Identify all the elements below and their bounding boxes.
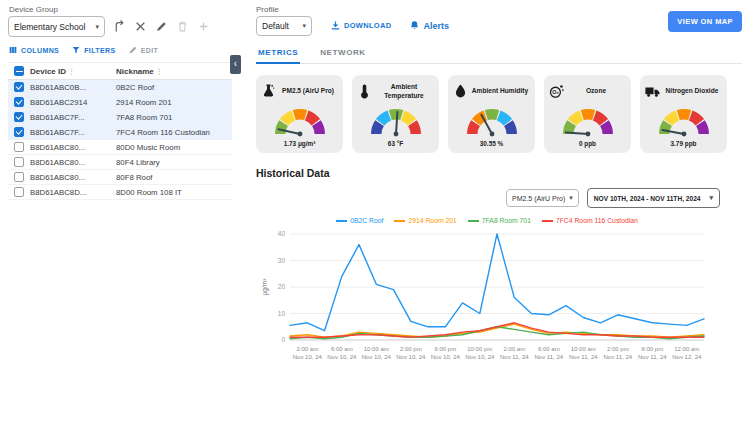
table-row[interactable]: B8D61ABC80...80F8 Roof	[8, 170, 232, 185]
table-row[interactable]: B8D61ABC80...80F4 Library	[8, 155, 232, 170]
device-id-cell: B8D61ABC80...	[30, 143, 116, 152]
gauge	[272, 105, 328, 137]
alerts-button[interactable]: Alerts	[409, 20, 449, 31]
chevron-left-icon: ‹	[234, 58, 237, 69]
svg-text:Nov 11, 24: Nov 11, 24	[535, 354, 564, 360]
view-on-map-button[interactable]: VIEW ON MAP	[668, 11, 742, 32]
device-group-select[interactable]: Elementary School ▾	[8, 16, 105, 37]
metric-card-title: PM2.5 (AirU Pro)	[277, 87, 339, 95]
nickname-header-label: Nickname	[116, 67, 154, 76]
add-device-icon[interactable]	[197, 20, 210, 33]
metric-card-nitrogen-dioxide: Nitrogen Dioxide3.79 ppb	[640, 75, 727, 153]
row-checkbox[interactable]	[14, 112, 24, 122]
svg-text:12:00 am: 12:00 am	[674, 346, 699, 352]
device-id-cell: B8D61ABC80...	[30, 158, 116, 167]
tab-metrics[interactable]: METRICS	[256, 45, 300, 64]
row-checkbox[interactable]	[14, 142, 24, 152]
profile-label: Profile	[256, 5, 312, 14]
svg-text:20: 20	[278, 283, 286, 290]
date-range-select[interactable]: NOV 10TH, 2024 - NOV 11TH, 2024 ▾	[587, 188, 720, 208]
edit-button[interactable]: EDIT	[128, 45, 159, 55]
table-row[interactable]: B8D61ABC0B...0B2C Roof	[8, 80, 232, 95]
table-row[interactable]: B8D61ABC29142914 Room 201	[8, 95, 232, 110]
metric-cards: PM2.5 (AirU Pro)1.73 μg/m³Ambient Temper…	[256, 75, 742, 153]
table-row[interactable]: B8D61ABC8D...8D00 Room 108 IT	[8, 185, 232, 200]
svg-text:6:00 pm: 6:00 pm	[434, 346, 456, 352]
device-group-label: Device Group	[9, 5, 232, 14]
svg-text:30: 30	[278, 257, 286, 264]
bell-icon	[409, 20, 420, 31]
table-row[interactable]: B8D61ABC7F...7FA8 Room 701	[8, 110, 232, 125]
device-id-header[interactable]: Device ID⋮	[30, 67, 116, 76]
nickname-header[interactable]: Nickname⋮	[116, 67, 232, 76]
device-table: Device ID⋮ Nickname⋮ B8D61ABC0B...0B2C R…	[8, 62, 232, 200]
svg-text:2:00 pm: 2:00 pm	[607, 346, 629, 352]
legend-label: 0B2C Roof	[350, 217, 383, 224]
columns-button[interactable]: COLUMNS	[8, 45, 59, 55]
gauge	[656, 105, 712, 137]
legend-swatch	[468, 220, 479, 222]
row-checkbox[interactable]	[14, 97, 24, 107]
move-device-icon[interactable]	[113, 20, 126, 33]
svg-text:Nov 10, 24: Nov 10, 24	[327, 354, 357, 360]
legend-item[interactable]: 7FC4 Room 116 Custodian	[542, 217, 638, 224]
air-quality-dashboard: Device Group Elementary School ▾ COLUMNS…	[0, 0, 750, 422]
tab-bar: METRICS NETWORK	[256, 45, 742, 64]
device-group-value: Elementary School	[14, 22, 85, 32]
metric-card-title: Ambient Humidity	[469, 87, 531, 95]
table-row[interactable]: B8D61ABC7F...7FC4 Room 116 Custodian	[8, 125, 232, 140]
row-checkbox[interactable]	[14, 82, 24, 92]
profile-block: Profile Default ▾	[256, 5, 312, 36]
nickname-cell: 0B2C Roof	[116, 83, 232, 92]
svg-text:Nov 10, 24: Nov 10, 24	[362, 354, 392, 360]
select-all-checkbox[interactable]	[14, 66, 24, 76]
row-checkbox[interactable]	[14, 172, 24, 182]
collapse-panel-button[interactable]: ‹	[230, 55, 241, 74]
legend-item[interactable]: 7FA8 Room 701	[468, 217, 531, 224]
svg-text:40: 40	[278, 230, 286, 237]
svg-text:2:00 am: 2:00 am	[296, 346, 318, 352]
filters-button[interactable]: FILTERS	[71, 45, 115, 55]
row-checkbox[interactable]	[14, 157, 24, 167]
gauge	[560, 105, 616, 137]
column-menu-icon[interactable]: ⋮	[68, 68, 75, 75]
row-checkbox[interactable]	[14, 187, 24, 197]
table-toolbar: COLUMNS FILTERS EDIT	[8, 45, 232, 55]
legend-item[interactable]: 0B2C Roof	[336, 217, 383, 224]
svg-text:6:00 am: 6:00 am	[538, 346, 560, 352]
main-panel: Profile Default ▾ DOWNLOAD Alerts VIEW O…	[256, 5, 742, 370]
device-id-cell: B8D61ABC80...	[30, 173, 116, 182]
ozone-icon: O₃	[548, 83, 565, 100]
remove-device-icon[interactable]	[134, 20, 147, 33]
pencil-icon	[128, 45, 138, 55]
truck-icon	[644, 83, 661, 100]
date-range-value: NOV 10TH, 2024 - NOV 11TH, 2024	[594, 195, 701, 202]
legend-swatch	[336, 220, 347, 222]
svg-text:Nov 10, 24: Nov 10, 24	[293, 354, 323, 360]
tab-network[interactable]: NETWORK	[318, 45, 368, 63]
metric-card-value: 1.73 μg/m³	[260, 140, 339, 147]
alerts-label: Alerts	[423, 21, 449, 31]
legend-item[interactable]: 2914 Room 201	[394, 217, 456, 224]
download-button[interactable]: DOWNLOAD	[330, 20, 391, 31]
gauge	[368, 105, 424, 137]
edit-device-icon[interactable]	[155, 20, 168, 33]
historical-data-heading: Historical Data	[256, 167, 742, 179]
flask-icon	[260, 83, 277, 100]
metric-select[interactable]: PM2.5 (AirU Pro) ▾	[506, 189, 579, 207]
delete-device-icon[interactable]	[176, 20, 189, 33]
profile-select[interactable]: Default ▾	[256, 16, 312, 36]
svg-text:10:00 pm: 10:00 pm	[467, 346, 492, 352]
column-menu-icon[interactable]: ⋮	[156, 68, 163, 75]
svg-text:10:00 am: 10:00 am	[571, 346, 596, 352]
device-group-row: Elementary School ▾	[8, 16, 232, 37]
svg-text:Nov 10, 24: Nov 10, 24	[431, 354, 461, 360]
columns-label: COLUMNS	[21, 47, 59, 54]
table-row[interactable]: B8D61ABC80...80D0 Music Room	[8, 140, 232, 155]
svg-text:10: 10	[278, 310, 286, 317]
metric-card-value: 30.55 %	[452, 140, 531, 147]
row-checkbox[interactable]	[14, 127, 24, 137]
metric-select-value: PM2.5 (AirU Pro)	[512, 195, 565, 202]
legend-swatch	[542, 220, 553, 222]
nickname-cell: 7FC4 Room 116 Custodian	[116, 128, 232, 137]
